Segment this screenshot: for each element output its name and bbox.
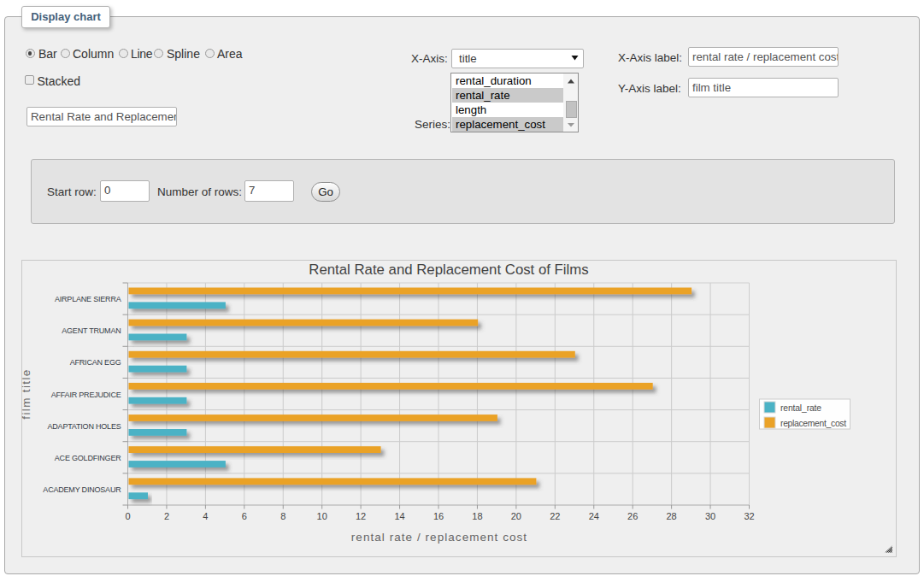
svg-text:24: 24 [589, 511, 599, 521]
svg-text:32: 32 [744, 511, 754, 521]
svg-text:14: 14 [394, 511, 404, 521]
svg-text:AFFAIR PREJUDICE: AFFAIR PREJUDICE [51, 391, 121, 399]
svg-text:AIRPLANE SIERRA: AIRPLANE SIERRA [55, 295, 121, 303]
svg-text:AFRICAN EGG: AFRICAN EGG [70, 358, 121, 367]
svg-text:Rental Rate and Replacement Co: Rental Rate and Replacement Cost of Film… [309, 262, 588, 278]
svg-text:replacement_cost: replacement_cost [780, 419, 846, 428]
svg-text:0: 0 [125, 511, 130, 521]
svg-text:30: 30 [705, 511, 715, 521]
svg-text:ACE GOLDFINGER: ACE GOLDFINGER [55, 454, 121, 462]
svg-text:26: 26 [627, 511, 638, 521]
svg-text:10: 10 [317, 511, 327, 521]
svg-text:rental rate / replacement cost: rental rate / replacement cost [351, 531, 527, 544]
svg-text:16: 16 [433, 511, 444, 521]
svg-text:28: 28 [666, 511, 676, 521]
svg-text:4: 4 [203, 511, 208, 521]
svg-text:rental_rate: rental_rate [780, 403, 821, 413]
svg-text:2: 2 [164, 511, 169, 521]
svg-text:8: 8 [280, 511, 285, 521]
svg-text:22: 22 [550, 511, 560, 521]
svg-text:18: 18 [472, 511, 482, 521]
svg-text:12: 12 [356, 511, 366, 521]
svg-text:film title: film title [21, 368, 32, 419]
svg-text:ADAPTATION HOLES: ADAPTATION HOLES [48, 422, 121, 431]
svg-text:20: 20 [511, 511, 521, 521]
svg-text:ACADEMY DINOSAUR: ACADEMY DINOSAUR [43, 485, 121, 494]
svg-text:AGENT TRUMAN: AGENT TRUMAN [62, 326, 121, 335]
svg-text:6: 6 [242, 511, 247, 521]
